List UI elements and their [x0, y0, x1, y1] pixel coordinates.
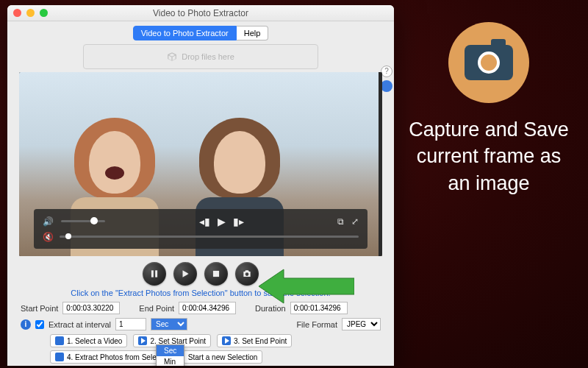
interval-unit-dropdown[interactable]: Sec Min — [156, 344, 184, 366]
step-set-end[interactable]: 3. Set End Point — [217, 334, 292, 347]
titlebar: Video to Photo Extractor — [7, 5, 394, 21]
stop-button[interactable] — [204, 262, 228, 286]
end-point-label: End Point — [139, 304, 174, 313]
svg-rect-0 — [151, 270, 154, 277]
timeline-slider[interactable] — [60, 236, 359, 238]
help-button[interactable]: ? — [381, 66, 392, 77]
mute-icon[interactable]: 🔇 — [43, 232, 54, 242]
volume-icon[interactable]: 🔊 — [43, 216, 54, 227]
promo-text: Capture and Save current frame as an ima… — [404, 116, 573, 197]
steps-row-1: 1. Select a Video 2. Set Start Point 3. … — [50, 334, 381, 347]
svg-rect-1 — [155, 270, 157, 277]
promo-camera-icon — [448, 22, 529, 103]
step-forward-button[interactable]: ▮▸ — [233, 216, 244, 227]
video-preview: 🔊 ◂▮ ▶ ▮▸ ⧉ ⤢ 🔇 — [19, 72, 382, 256]
app-window: Video to Photo Extractor Video to Photo … — [7, 5, 394, 366]
unit-option-min[interactable]: Min — [157, 356, 184, 366]
info-icon[interactable]: i — [21, 319, 31, 330]
steps-row-2: 4. Extract Photos from Selection Start a… — [50, 350, 381, 364]
toolbar: Video to Photo Extractor Help — [7, 21, 394, 42]
callout-arrow — [259, 266, 354, 309]
box-icon — [167, 52, 177, 62]
grid-button[interactable] — [381, 80, 392, 92]
window-controls — [13, 9, 48, 17]
step-select-video[interactable]: 1. Select a Video — [50, 334, 127, 347]
extract-interval-input[interactable] — [115, 318, 146, 330]
end-point-value[interactable]: 0:00:04.34296 — [179, 302, 236, 314]
close-icon[interactable] — [13, 9, 21, 17]
step-new-selection[interactable]: Start a new Selection — [183, 350, 263, 364]
tab-help[interactable]: Help — [237, 26, 269, 40]
promo-panel: Capture and Save current frame as an ima… — [404, 22, 573, 197]
minimize-icon[interactable] — [26, 9, 35, 17]
dropzone-label: Drop files here — [182, 52, 234, 61]
step-back-button[interactable]: ◂▮ — [199, 216, 210, 227]
extract-interval-label: Extract at interval — [49, 320, 111, 329]
video-player-controls: 🔊 ◂▮ ▶ ▮▸ ⧉ ⤢ 🔇 — [34, 209, 368, 249]
save-icon — [55, 353, 64, 361]
play-button[interactable]: ▶ — [218, 216, 226, 227]
file-format-label: File Format — [296, 320, 337, 329]
maximize-icon[interactable] — [40, 9, 48, 17]
start-point-label: Start Point — [21, 304, 58, 313]
extract-interval-checkbox[interactable] — [35, 320, 44, 329]
pip-icon[interactable]: ⧉ — [337, 216, 344, 227]
pause-button[interactable] — [143, 262, 166, 286]
volume-slider[interactable] — [61, 220, 105, 222]
video-scrollbar[interactable] — [379, 72, 382, 256]
start-point-value[interactable]: 0:00:03.30220 — [62, 302, 120, 314]
window-title: Video to Photo Extractor — [7, 8, 394, 18]
folder-icon — [55, 336, 64, 345]
interval-unit-select[interactable]: Sec — [151, 318, 187, 330]
fields-panel: Start Point 0:00:03.30220 End Point 0:00… — [7, 302, 394, 364]
tab-main[interactable]: Video to Photo Extractor — [133, 26, 237, 40]
fullscreen-icon[interactable]: ⤢ — [351, 216, 359, 227]
file-format-select[interactable]: JPEG — [342, 318, 381, 330]
dropzone[interactable]: Drop files here — [83, 44, 318, 69]
capture-frame-button[interactable] — [235, 262, 259, 286]
unit-option-sec[interactable]: Sec — [157, 345, 184, 356]
svg-rect-2 — [213, 271, 219, 277]
play-icon — [222, 336, 231, 345]
play-icon — [138, 336, 147, 345]
play-big-button[interactable] — [173, 262, 197, 286]
